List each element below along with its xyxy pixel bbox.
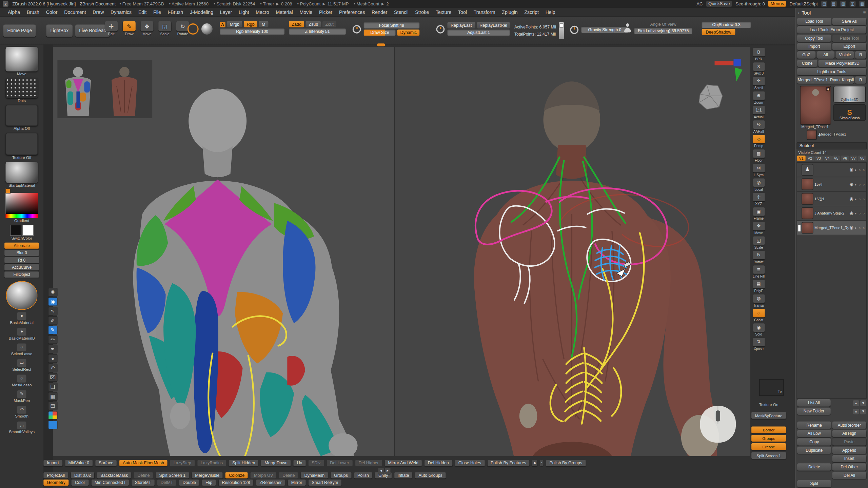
menu-item[interactable]: Dynamics <box>107 9 135 15</box>
subtool-row-icons[interactable]: ● ○ ○ <box>854 183 865 186</box>
draw-pointer-icon[interactable] <box>188 23 199 35</box>
draw-size-slider[interactable]: Draw Size 108.20541 <box>364 29 396 36</box>
bottom-bar-button[interactable]: Polish By Features <box>487 460 530 466</box>
simplebrush-tool[interactable]: S SimpleBrush <box>833 104 866 121</box>
bottom-bar-button[interactable]: LazyRadius <box>197 460 226 466</box>
right-shelf-button[interactable]: ◱ Scale <box>751 237 766 250</box>
visibility-eye-icon[interactable]: ◉ <box>849 211 853 216</box>
right-shelf-button[interactable]: ⋈ L.Sym <box>751 164 766 178</box>
quick-tool-icon[interactable]: ● <box>48 354 57 363</box>
subtool-tab[interactable]: V4 <box>823 156 831 161</box>
menu-item[interactable]: Edit <box>135 9 150 15</box>
menu-item[interactable]: Color <box>43 9 61 15</box>
import-button[interactable]: Import <box>797 43 831 50</box>
bottom-bar-button[interactable]: ◆ <box>532 460 537 466</box>
current-tool-thumbnail[interactable] <box>5 47 38 71</box>
zadd-button[interactable]: Zadd <box>289 21 304 27</box>
bottom-bar-button[interactable]: Delete <box>279 472 298 479</box>
focal-dial-icon[interactable] <box>353 25 361 33</box>
titlebar-icon[interactable]: ▦ <box>831 1 837 6</box>
subtool-tab[interactable]: V2 <box>806 156 814 161</box>
bottom-bar-button[interactable]: ZRemesher <box>256 480 285 486</box>
menu-item[interactable]: Transform <box>470 9 499 15</box>
subtool-tab[interactable]: V5 <box>832 156 840 161</box>
bottom-bar-button[interactable]: Double <box>179 480 199 486</box>
subtool-action-button[interactable]: All Low <box>797 430 831 437</box>
save-as-button[interactable]: Save As <box>832 18 866 25</box>
subtool-item[interactable]: 15장 ◉ ● ○ ○ <box>797 177 866 192</box>
new-folder-button[interactable]: New Folder <box>797 408 831 415</box>
menu-item[interactable]: Brush <box>23 9 43 15</box>
menu-item[interactable]: Light <box>235 9 252 15</box>
move-up-icon[interactable]: ▲ <box>853 400 859 405</box>
bottom-bar-button[interactable]: Colorize <box>225 472 248 479</box>
subtool-tab[interactable]: V8 <box>858 156 866 161</box>
adjust-last-slider[interactable]: AdjustLast 1 <box>447 29 510 36</box>
replay-dial-icon[interactable] <box>436 25 445 33</box>
goz-all-button[interactable]: All <box>816 51 835 58</box>
rgb-intensity-slider[interactable]: Rgb Intensity 100 <box>220 28 284 35</box>
bottom-bar-button[interactable]: Smart ReSym <box>308 480 341 486</box>
alternate-button[interactable]: Alternate <box>4 243 39 249</box>
subtool-action-button[interactable]: Del Other <box>832 463 866 470</box>
visibility-eye-icon[interactable]: ◉ <box>849 182 853 187</box>
color-picker-main[interactable] <box>5 193 38 214</box>
subtool-action-button[interactable]: Copy <box>797 438 831 445</box>
quick-tool-icon[interactable]: ✐ <box>48 316 57 325</box>
document-canvas[interactable] <box>53 47 750 456</box>
right-shelf-button[interactable]: ✛ Scroll <box>751 77 766 91</box>
quick-tool-icon[interactable]: ◉ <box>48 297 57 306</box>
main-color-swatch[interactable] <box>10 225 21 236</box>
border-button[interactable]: Border <box>751 427 786 433</box>
goz-button[interactable]: GoZ <box>797 51 815 58</box>
load-tools-from-project-button[interactable]: Load Tools From Project <box>797 26 866 33</box>
right-shelf-button[interactable]: ⇅ Xpose <box>751 338 766 352</box>
clone-button[interactable]: Clone <box>797 60 817 67</box>
bottom-bar-button[interactable]: Polish <box>354 472 372 479</box>
bottom-bar-button[interactable]: Morph UV <box>251 472 276 479</box>
menu-item[interactable]: Draw <box>89 9 107 15</box>
bottom-bar-button[interactable]: Split Hidden <box>229 460 258 466</box>
goz-visible-button[interactable]: Visible <box>836 51 854 58</box>
menu-item[interactable]: I-Brush <box>164 9 186 15</box>
blur-slider[interactable]: Blur 0 <box>4 250 39 256</box>
menu-item[interactable]: Material <box>273 9 296 15</box>
subtool-row-icons[interactable]: ● ○ ○ <box>854 211 865 215</box>
right-shelf-button[interactable]: 3 SPix 3 <box>751 62 766 76</box>
gravity-dial-icon[interactable] <box>570 26 578 34</box>
zcut-button[interactable]: Zcut <box>322 21 336 27</box>
alpha-thumbnail[interactable] <box>5 105 38 126</box>
goz-r-button[interactable]: R <box>855 51 866 58</box>
quick-tool-icon[interactable]: ✒ <box>48 345 57 353</box>
subtool-tab[interactable]: V1 <box>797 156 805 161</box>
bottom-bar-button[interactable]: Auto Groups <box>415 472 446 479</box>
menu-item[interactable]: Stencil <box>391 9 412 15</box>
lightbox-tools-button[interactable]: Lightbox►Tools <box>797 68 866 75</box>
subtool-tab[interactable]: V6 <box>841 156 849 161</box>
menus-button[interactable]: Menus <box>768 1 786 6</box>
bottom-bar-button[interactable]: SDiv <box>308 460 324 466</box>
split-screen-button[interactable]: Split Screen 1 <box>751 452 786 459</box>
bottom-bar-button[interactable]: DynaMesh <box>301 472 328 479</box>
hue-strip[interactable] <box>5 214 38 218</box>
mode-button[interactable]: ✥ Move <box>139 21 154 36</box>
bottom-bar-button[interactable]: MergeVisible <box>192 472 223 479</box>
palette-item[interactable]: ◌ MaskLasso <box>12 375 32 389</box>
bottom-bar-button[interactable]: Polish By Groups <box>546 460 586 466</box>
z-intensity-slider[interactable]: Z Intensity 51 <box>289 28 346 35</box>
recent-tool-thumbnail[interactable] <box>807 130 817 140</box>
menu-item[interactable]: J-Modeling <box>186 9 217 15</box>
bottom-bar-button[interactable]: Geometry <box>43 480 69 486</box>
groups-button[interactable]: Groups <box>751 435 786 442</box>
focal-shift-slider[interactable]: Focal Shift 48 <box>364 22 420 28</box>
menu-item[interactable]: Alpha <box>4 9 23 15</box>
right-shelf-button[interactable]: ▣ Frame <box>751 207 766 221</box>
palette-item[interactable]: ◠ Smooth <box>15 406 28 421</box>
menu-item[interactable]: Layer <box>217 9 235 15</box>
menu-item[interactable]: Macro <box>252 9 272 15</box>
current-material-ball[interactable] <box>6 281 37 310</box>
menu-item[interactable]: Texture <box>432 9 455 15</box>
brush-preview-icon[interactable] <box>201 23 213 35</box>
quick-tool-icon[interactable]: ↶ <box>48 364 57 372</box>
quick-tool-icon[interactable] <box>48 421 57 429</box>
